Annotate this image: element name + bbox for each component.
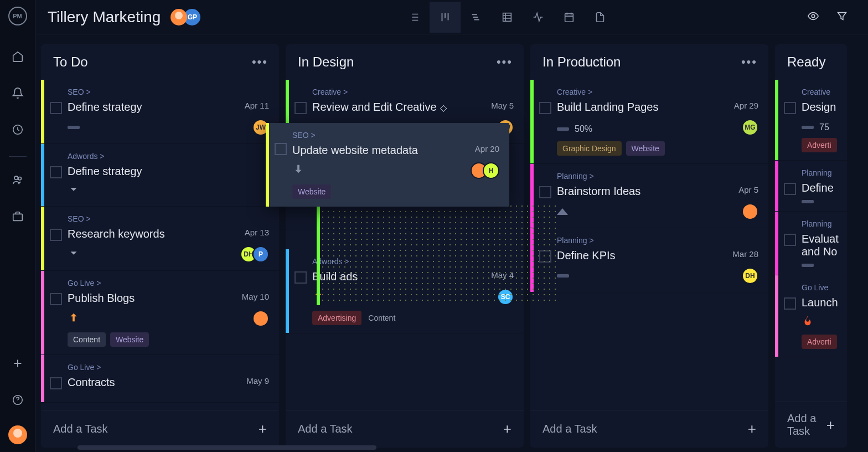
- card-date: May 9: [246, 376, 269, 386]
- milestone-icon: ◇: [440, 103, 447, 112]
- priority-low-icon: [802, 200, 814, 203]
- view-files[interactable]: [585, 2, 616, 33]
- view-activity[interactable]: [523, 2, 554, 33]
- card-checkbox[interactable]: [294, 271, 307, 284]
- card-category: SEO >: [292, 131, 499, 140]
- tag: Website: [292, 184, 331, 199]
- card-stripe: [775, 161, 778, 211]
- view-calendar[interactable]: [554, 2, 585, 33]
- card-checkbox[interactable]: [539, 102, 551, 114]
- card-checkbox[interactable]: [50, 293, 62, 305]
- card-date: Apr 29: [734, 101, 758, 110]
- card-checkbox[interactable]: [50, 166, 62, 178]
- app-logo[interactable]: PM: [8, 7, 27, 25]
- plus-icon: +: [748, 420, 756, 438]
- view-board[interactable]: [430, 2, 461, 33]
- card-stripe: [41, 144, 44, 206]
- cards-container: SEO >Define strategyApr 11JWAdwords >Def…: [41, 80, 279, 410]
- team-icon[interactable]: [7, 169, 29, 191]
- visibility-icon[interactable]: [807, 10, 819, 24]
- card-category: SEO >: [68, 88, 269, 96]
- card-category: Adwords >: [68, 152, 269, 161]
- home-icon[interactable]: [7, 45, 29, 68]
- card-category: Creative >: [557, 88, 758, 96]
- add-task-button[interactable]: Add a Task+: [530, 410, 768, 448]
- card-checkbox[interactable]: [784, 102, 796, 114]
- notifications-icon[interactable]: [7, 82, 29, 104]
- card-category: Planning: [802, 219, 837, 228]
- dragging-card[interactable]: SEO > Update website metadata Apr 20 H: [266, 123, 509, 207]
- task-card[interactable]: PlanningEvaluat and No: [775, 212, 847, 275]
- card-checkbox[interactable]: [784, 297, 796, 310]
- card-title: Update website metadata: [292, 144, 418, 157]
- assignee-avatar[interactable]: [252, 310, 269, 327]
- view-sheet[interactable]: [492, 2, 523, 33]
- assignee-avatar[interactable]: MG: [742, 119, 758, 136]
- task-card[interactable]: Adwords >Define strategy: [41, 144, 279, 207]
- card-checkbox[interactable]: [50, 377, 62, 389]
- card-stripe: [41, 80, 44, 143]
- add-task-button[interactable]: Add a Task+: [286, 410, 524, 448]
- card-category: Planning >: [557, 172, 758, 181]
- card-title: Research keywords: [68, 228, 165, 240]
- add-task-button[interactable]: Add a Task+: [41, 410, 279, 448]
- svg-point-1: [14, 176, 18, 179]
- assignees: [742, 203, 758, 220]
- column-title: To Do: [53, 54, 88, 70]
- card-checkbox[interactable]: [784, 234, 796, 246]
- card-checkbox[interactable]: [50, 229, 62, 241]
- column-menu-icon[interactable]: •••: [497, 55, 513, 69]
- task-card[interactable]: CreativeDesign75Adverti: [775, 80, 847, 161]
- help-icon[interactable]: [7, 389, 29, 411]
- card-stripe: [530, 80, 534, 163]
- task-card[interactable]: SEO >Define strategyApr 11JW: [41, 80, 279, 144]
- add-icon[interactable]: [7, 352, 29, 374]
- board-column: In Production•••Creative >Build Landing …: [530, 44, 768, 448]
- svg-rect-5: [503, 13, 512, 21]
- horizontal-scrollbar[interactable]: [78, 445, 376, 450]
- card-checkbox[interactable]: [275, 143, 287, 155]
- expand-icon[interactable]: [68, 183, 80, 198]
- card-checkbox[interactable]: [539, 186, 551, 198]
- project-members[interactable]: GP: [170, 9, 200, 25]
- plus-icon: +: [259, 420, 267, 438]
- column-menu-icon[interactable]: •••: [252, 55, 268, 69]
- priority-critical-icon: [802, 315, 814, 329]
- card-checkbox[interactable]: [294, 102, 307, 114]
- expand-icon[interactable]: [68, 247, 80, 262]
- view-list[interactable]: [399, 2, 430, 33]
- progress-bar: [802, 126, 814, 129]
- header: Tillery Marketing GP: [35, 0, 868, 34]
- task-card[interactable]: PlanningDefine: [775, 161, 847, 212]
- card-title: Evaluat and No: [802, 233, 839, 258]
- tag: Website: [626, 141, 665, 156]
- card-title: Define strategy: [68, 165, 142, 178]
- user-avatar[interactable]: [8, 425, 27, 444]
- task-card[interactable]: Creative >Build Landing PagesApr 2950%MG…: [530, 80, 768, 164]
- card-checkbox[interactable]: [784, 183, 796, 195]
- priority-low-icon: [802, 264, 814, 267]
- portfolio-icon[interactable]: [7, 206, 29, 228]
- task-card[interactable]: Go LiveLaunchAdverti: [775, 275, 847, 357]
- assignee-avatar[interactable]: H: [483, 162, 499, 179]
- filter-icon[interactable]: [836, 10, 848, 24]
- add-task-button[interactable]: Add a Task+: [775, 402, 847, 448]
- priority-high-icon: [68, 311, 80, 326]
- recent-icon[interactable]: [7, 119, 29, 141]
- card-checkbox[interactable]: [50, 102, 62, 114]
- task-card[interactable]: SEO >Research keywordsApr 13DHP: [41, 207, 279, 271]
- assignee-avatar[interactable]: DH: [742, 268, 758, 284]
- task-card[interactable]: Planning >Brainstorm IdeasApr 5: [530, 164, 768, 228]
- task-card[interactable]: Planning >Define KPIsMar 28DH: [530, 228, 768, 292]
- column-menu-icon[interactable]: •••: [741, 55, 757, 69]
- card-category: Go Live >: [68, 363, 269, 372]
- project-title: Tillery Marketing: [48, 8, 161, 26]
- task-card[interactable]: Go Live >ContractsMay 9: [41, 355, 279, 403]
- view-gantt[interactable]: [461, 2, 492, 33]
- cards-container: CreativeDesign75AdvertiPlanningDefinePla…: [775, 80, 847, 402]
- assignee-avatar[interactable]: P: [252, 246, 269, 263]
- assignee-avatar[interactable]: [742, 203, 758, 220]
- task-card[interactable]: Go Live >Publish BlogsMay 10ContentWebsi…: [41, 271, 279, 355]
- card-stripe: [775, 212, 778, 275]
- svg-point-7: [812, 14, 815, 18]
